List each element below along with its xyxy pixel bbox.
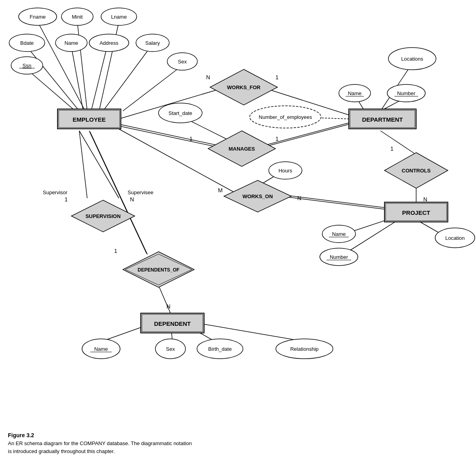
start-date-attr: Start_date <box>168 110 192 116</box>
svg-line-4 <box>71 47 83 111</box>
address-attr: Address <box>99 40 119 46</box>
dep-name-attr: Name <box>94 346 108 352</box>
supervision-1: 1 <box>65 196 68 203</box>
svg-text:CONTROLS: CONTROLS <box>402 168 431 174</box>
works-on-n: N <box>297 195 301 201</box>
minit-attr: Minit <box>72 14 83 20</box>
bdate-attr: Bdate <box>20 40 34 46</box>
proj-location-attr: Location <box>445 235 465 241</box>
dep-birthdate-attr: Birth_date <box>208 346 231 352</box>
caption-line2: is introduced gradually throughout this … <box>8 448 468 455</box>
supervision-n: N <box>130 196 134 203</box>
svg-line-3 <box>27 47 79 111</box>
svg-text:SUPERVISION: SUPERVISION <box>86 213 121 219</box>
locations-attr: Locations <box>401 56 423 62</box>
dep-sex-attr: Sex <box>166 346 175 352</box>
fname-attr: Fname <box>30 14 46 20</box>
supervisee-label: Supervisee <box>128 189 153 195</box>
hours-attr: Hours <box>279 168 292 174</box>
dep-of-n: N <box>166 303 170 310</box>
works-for-n: N <box>206 74 210 80</box>
svg-line-30 <box>79 131 119 198</box>
manages-emp-1: 1 <box>189 136 193 142</box>
dep-relationship-attr: Relationship <box>290 346 319 352</box>
works-for-1: 1 <box>275 74 279 80</box>
svg-line-23 <box>277 194 388 208</box>
svg-text:MANAGES: MANAGES <box>229 146 255 152</box>
er-diagram: EMPLOYEE DEPARTMENT PROJECT DEPENDENT WO… <box>0 0 476 428</box>
employee-label: EMPLOYEE <box>73 116 105 123</box>
svg-line-20 <box>380 131 416 155</box>
works-on-m: M <box>218 187 223 193</box>
emp-sex-attr: Sex <box>178 59 187 65</box>
salary-attr: Salary <box>145 40 160 46</box>
svg-text:DEPENDENTS_OF: DEPENDENTS_OF <box>138 267 179 273</box>
controls-n: N <box>423 196 427 203</box>
ssn-attr: Ssn <box>23 63 31 69</box>
svg-line-6 <box>103 47 151 111</box>
figure-title: Figure 3.2 <box>8 431 468 440</box>
svg-line-37 <box>190 322 301 341</box>
supervisor-label: Supervisor <box>43 189 68 195</box>
proj-name-attr: Name <box>332 231 346 237</box>
dept-number-attr: Number <box>397 90 416 96</box>
figure-caption: Figure 3.2 An ER schema diagram for the … <box>0 428 476 459</box>
svg-line-12 <box>114 125 225 149</box>
svg-line-24 <box>277 196 388 210</box>
project-label: PROJECT <box>402 209 430 216</box>
controls-1: 1 <box>390 145 394 152</box>
svg-line-7 <box>27 69 75 111</box>
caption-line1: An ER schema diagram for the COMPANY dat… <box>8 440 468 448</box>
svg-line-5 <box>91 47 107 111</box>
proj-number-attr: Number <box>330 254 348 260</box>
department-label: DEPARTMENT <box>362 116 403 123</box>
manages-dept-1: 1 <box>275 136 279 142</box>
svg-line-29 <box>79 131 87 198</box>
dept-name-attr: Name <box>348 90 362 96</box>
num-employees-attr: Number_of_employees <box>259 114 312 120</box>
dependent-label: DEPENDENT <box>154 320 191 327</box>
lname-attr: Lname <box>111 14 127 20</box>
emp-name-attr: Name <box>65 40 78 46</box>
svg-line-22 <box>115 127 238 194</box>
dep-of-1: 1 <box>114 248 117 254</box>
svg-text:WORKS_ON: WORKS_ON <box>243 193 273 199</box>
svg-text:WORKS_FOR: WORKS_FOR <box>227 84 261 90</box>
